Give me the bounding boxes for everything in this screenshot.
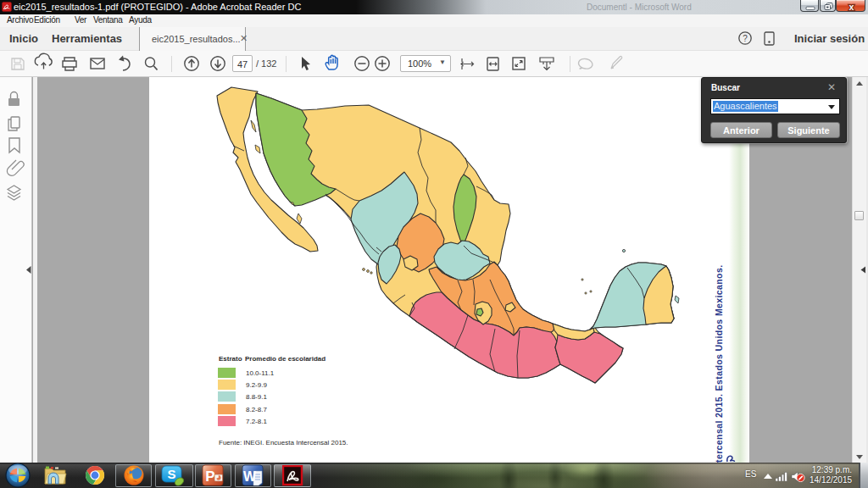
svg-text:?: ? [743,34,748,43]
svg-text:P: P [205,469,214,485]
svg-text:W: W [243,469,257,484]
svg-text:S: S [167,467,175,481]
svg-text:x: x [849,2,854,12]
